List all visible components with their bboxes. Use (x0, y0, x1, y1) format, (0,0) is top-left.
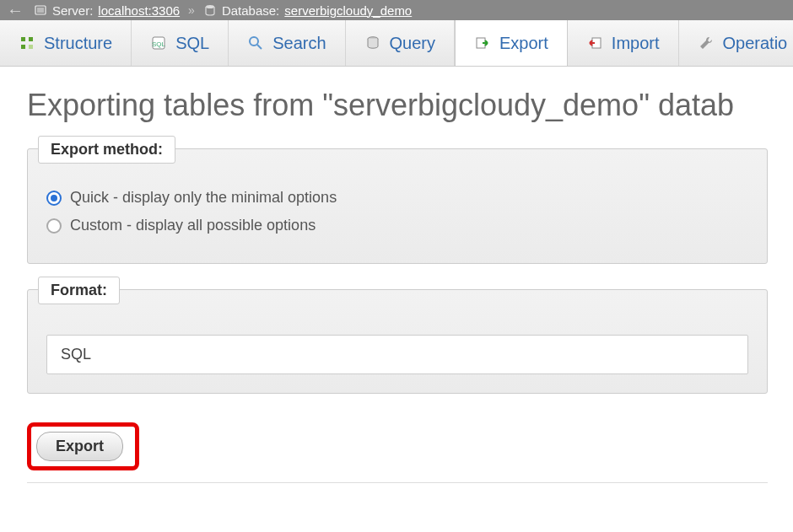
format-fieldset: Format: SQL (27, 289, 768, 394)
back-arrow-icon[interactable]: ← (7, 2, 29, 19)
sql-icon: SQL (150, 35, 167, 51)
svg-line-10 (257, 45, 262, 49)
tabbar: Structure SQL SQL Search Query Export Im… (0, 20, 793, 67)
server-value-link[interactable]: localhost:3306 (98, 3, 180, 18)
export-icon (474, 35, 491, 51)
radio-custom-row[interactable]: Custom - display all possible options (46, 217, 748, 234)
page-title: Exporting tables from "serverbigcloudy_d… (27, 88, 768, 123)
tab-export[interactable]: Export (455, 20, 568, 66)
tab-sql[interactable]: SQL SQL (132, 20, 229, 66)
tab-label: Structure (44, 34, 112, 53)
database-icon (203, 3, 217, 17)
format-legend: Format: (38, 277, 120, 304)
import-icon (586, 35, 603, 51)
tab-import[interactable]: Import (568, 20, 679, 66)
tab-operations[interactable]: Operatio (679, 20, 793, 66)
svg-rect-5 (21, 45, 25, 49)
svg-point-9 (250, 37, 258, 46)
query-icon (364, 35, 381, 51)
database-value-link[interactable]: serverbigcloudy_demo (284, 3, 412, 18)
export-method-options: Quick - display only the minimal options… (46, 189, 748, 234)
tab-label: Operatio (723, 34, 788, 53)
format-value: SQL (61, 346, 91, 363)
svg-point-2 (206, 5, 214, 8)
footer-rule (27, 482, 768, 483)
radio-custom[interactable] (46, 218, 62, 234)
export-method-legend: Export method: (38, 136, 175, 164)
svg-rect-6 (29, 45, 33, 49)
breadcrumb: ← Server: localhost:3306 » Database: ser… (0, 0, 793, 20)
format-select[interactable]: SQL (46, 335, 748, 374)
svg-rect-4 (29, 37, 33, 41)
radio-quick[interactable] (46, 191, 62, 206)
structure-icon (19, 35, 35, 51)
export-button[interactable]: Export (36, 432, 123, 461)
tab-search[interactable]: Search (229, 20, 345, 66)
export-button-highlight: Export (27, 422, 139, 470)
tab-label: Query (390, 34, 435, 53)
svg-rect-1 (37, 8, 44, 13)
tab-label: Import (612, 34, 660, 53)
database-label: Database: (222, 3, 279, 18)
breadcrumb-separator: » (185, 3, 198, 17)
svg-rect-3 (21, 37, 25, 41)
svg-text:SQL: SQL (152, 40, 166, 48)
wrench-icon (698, 35, 715, 51)
radio-custom-label: Custom - display all possible options (70, 217, 316, 234)
export-method-fieldset: Export method: Quick - display only the … (27, 148, 768, 264)
server-icon (34, 3, 47, 17)
search-icon (247, 35, 264, 51)
radio-quick-label: Quick - display only the minimal options (70, 189, 337, 207)
tab-label: Search (272, 34, 326, 53)
tab-label: SQL (175, 34, 209, 53)
server-label: Server: (52, 3, 93, 18)
tab-label: Export (499, 34, 548, 53)
tab-structure[interactable]: Structure (0, 20, 132, 66)
content-area: Exporting tables from "serverbigcloudy_d… (0, 67, 793, 500)
radio-quick-row[interactable]: Quick - display only the minimal options (46, 189, 748, 207)
tab-query[interactable]: Query (346, 20, 455, 66)
